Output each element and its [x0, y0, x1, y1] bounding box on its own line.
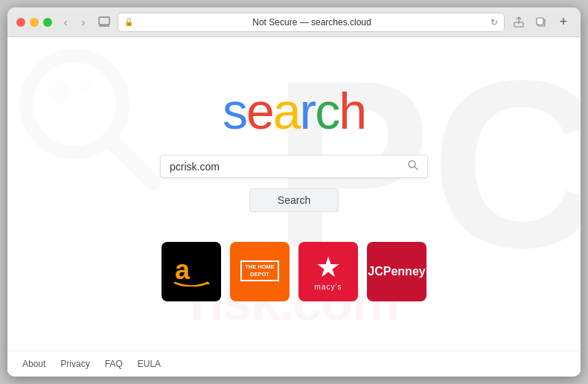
brand-amazon[interactable]: a — [162, 242, 221, 301]
title-bar: ‹ › 🔓 Not Secure — searches.cloud ↻ — [7, 7, 581, 37]
logo-letter-e: e — [246, 83, 273, 139]
close-button[interactable] — [16, 18, 25, 27]
logo-letter-s: s — [223, 83, 246, 139]
browser-window: ‹ › 🔓 Not Secure — searches.cloud ↻ — [7, 7, 581, 377]
svg-rect-5 — [537, 18, 543, 25]
svg-rect-0 — [99, 17, 109, 25]
brand-icons-row: a THE HOMEDEPOT ★ macy's — [162, 242, 426, 301]
duplicate-button[interactable] — [533, 14, 549, 31]
search-button[interactable]: Search — [249, 188, 339, 212]
search-magnifier-icon — [408, 160, 418, 173]
footer-about[interactable]: About — [22, 359, 45, 369]
logo-letter-c: c — [315, 83, 339, 139]
url-text: Not Secure — searches.cloud — [138, 17, 486, 28]
footer-faq[interactable]: FAQ — [105, 359, 123, 369]
brand-jcpenney[interactable]: JCPenney — [367, 242, 426, 301]
jcpenney-label: JCPenney — [368, 265, 425, 278]
logo-letter-r: r — [300, 83, 316, 139]
share-button[interactable] — [511, 14, 527, 31]
refresh-icon[interactable]: ↻ — [490, 17, 498, 28]
svg-text:a: a — [175, 257, 191, 285]
svg-line-12 — [415, 167, 418, 170]
back-button[interactable]: ‹ — [58, 15, 73, 30]
minimize-button[interactable] — [30, 18, 39, 27]
footer-privacy[interactable]: Privacy — [60, 359, 89, 369]
brand-macys[interactable]: ★ macy's — [298, 242, 358, 301]
page-content: PC risk.com search Search — [7, 37, 581, 377]
search-area: search Search a — [7, 82, 581, 301]
address-bar[interactable]: 🔓 Not Secure — searches.cloud ↻ — [118, 13, 505, 32]
toolbar-right: + — [511, 14, 572, 31]
search-logo: search — [223, 82, 365, 140]
footer: About Privacy FAQ EULA — [7, 351, 581, 377]
maximize-button[interactable] — [43, 18, 52, 27]
logo-letter-a: a — [273, 83, 300, 139]
nav-buttons: ‹ › — [58, 15, 91, 30]
search-input[interactable] — [170, 161, 408, 173]
forward-button[interactable]: › — [76, 15, 91, 30]
logo-letter-h: h — [339, 83, 365, 139]
traffic-lights — [16, 18, 52, 27]
new-tab-button[interactable]: + — [555, 14, 572, 31]
search-input-container — [160, 155, 428, 178]
macys-star-icon: ★ — [316, 253, 341, 281]
brand-homedepot[interactable]: THE HOMEDEPOT — [230, 242, 290, 301]
lock-icon: 🔓 — [124, 18, 133, 26]
macys-name: macy's — [315, 283, 342, 291]
tab-icon — [97, 15, 112, 30]
footer-eula[interactable]: EULA — [138, 359, 161, 369]
